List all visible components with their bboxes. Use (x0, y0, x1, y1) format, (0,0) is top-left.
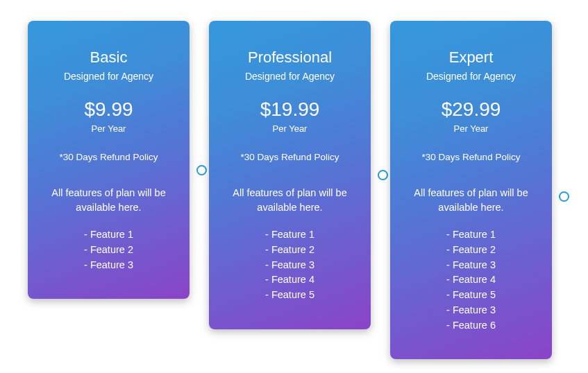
plan-refund: *30 Days Refund Policy (224, 152, 355, 162)
plan-refund: *30 Days Refund Policy (43, 152, 174, 162)
plan-price: $29.99 (405, 98, 537, 121)
plan-subtitle: Designed for Agency (43, 71, 174, 82)
pricing-container: Basic Designed for Agency $9.99 Per Year… (28, 21, 560, 359)
plan-price: $19.99 (224, 98, 355, 121)
plan-period: Per Year (224, 123, 355, 134)
plan-feature-item: - Feature 6 (405, 318, 537, 333)
plan-period: Per Year (43, 123, 174, 134)
plan-feature-item: - Feature 2 (224, 243, 355, 258)
plan-features-list: - Feature 1 - Feature 2 - Feature 3 - Fe… (405, 227, 537, 333)
pricing-card-basic: Basic Designed for Agency $9.99 Per Year… (28, 21, 190, 299)
circle-icon[interactable] (559, 191, 569, 202)
plan-period: Per Year (405, 123, 537, 134)
plan-refund: *30 Days Refund Policy (405, 152, 537, 162)
circle-icon[interactable] (196, 165, 207, 175)
plan-feature-item: - Feature 1 (405, 227, 537, 243)
plan-title: Basic (43, 49, 174, 67)
plan-feature-item: - Feature 4 (224, 272, 355, 288)
plan-feature-item: - Feature 2 (405, 243, 537, 258)
plan-subtitle: Designed for Agency (405, 71, 537, 82)
plan-title: Professional (224, 49, 355, 67)
plan-feature-item: - Feature 5 (405, 288, 537, 303)
plan-feature-intro: All features of plan will be available h… (43, 186, 174, 215)
pricing-card-expert: Expert Designed for Agency $29.99 Per Ye… (390, 21, 552, 359)
pricing-card-professional: Professional Designed for Agency $19.99 … (209, 21, 371, 329)
plan-feature-item: - Feature 1 (43, 227, 174, 243)
plan-title: Expert (405, 49, 537, 67)
plan-feature-item: - Feature 4 (405, 272, 537, 288)
plan-feature-item: - Feature 3 (405, 258, 537, 273)
plan-feature-item: - Feature 1 (224, 227, 355, 243)
plan-feature-item: - Feature 5 (224, 288, 355, 303)
plan-features-list: - Feature 1 - Feature 2 - Feature 3 (43, 227, 174, 272)
plan-features-list: - Feature 1 - Feature 2 - Feature 3 - Fe… (224, 227, 355, 303)
plan-price: $9.99 (43, 98, 174, 121)
plan-feature-intro: All features of plan will be available h… (224, 186, 355, 215)
plan-feature-intro: All features of plan will be available h… (405, 186, 537, 215)
plan-feature-item: - Feature 3 (43, 258, 174, 273)
circle-icon[interactable] (378, 170, 388, 180)
plan-feature-item: - Feature 3 (405, 303, 537, 318)
plan-subtitle: Designed for Agency (224, 71, 355, 82)
plan-feature-item: - Feature 3 (224, 258, 355, 273)
plan-feature-item: - Feature 2 (43, 243, 174, 258)
